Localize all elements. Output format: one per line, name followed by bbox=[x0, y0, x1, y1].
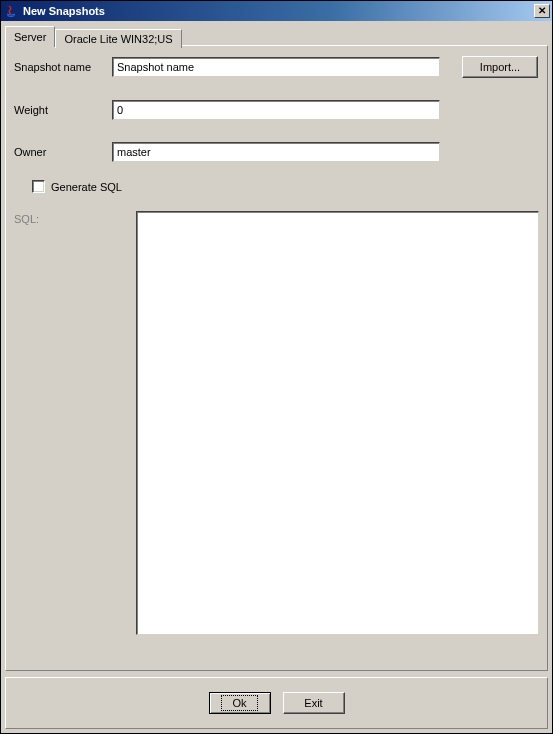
row-owner: Owner bbox=[14, 142, 539, 162]
row-snapshot-name: Snapshot name Import... bbox=[14, 56, 539, 78]
row-generate-sql: Generate SQL bbox=[32, 180, 539, 193]
client-area: Server Oracle Lite WIN32;US Snapshot nam… bbox=[1, 21, 552, 733]
ok-button[interactable]: Ok bbox=[209, 692, 271, 714]
close-button[interactable]: ✕ bbox=[534, 4, 550, 18]
sql-label: SQL: bbox=[14, 211, 136, 225]
weight-input[interactable] bbox=[112, 100, 440, 120]
import-button[interactable]: Import... bbox=[462, 56, 538, 78]
tab-panel-server: Snapshot name Import... Weight Owner Gen… bbox=[5, 45, 548, 671]
java-icon bbox=[3, 3, 19, 19]
owner-label: Owner bbox=[14, 146, 112, 158]
titlebar: New Snapshots ✕ bbox=[1, 1, 552, 21]
generate-sql-label: Generate SQL bbox=[51, 181, 122, 193]
tab-server[interactable]: Server bbox=[5, 26, 55, 47]
dialog-window: New Snapshots ✕ Server Oracle Lite WIN32… bbox=[0, 0, 553, 734]
weight-label: Weight bbox=[14, 104, 112, 116]
dialog-footer: Ok Exit bbox=[5, 677, 548, 729]
tab-oracle-lite[interactable]: Oracle Lite WIN32;US bbox=[55, 29, 181, 48]
sql-textarea[interactable] bbox=[136, 211, 539, 635]
window-title: New Snapshots bbox=[23, 5, 534, 17]
ok-button-label: Ok bbox=[221, 695, 257, 711]
row-weight: Weight bbox=[14, 100, 539, 120]
generate-sql-checkbox[interactable] bbox=[32, 180, 45, 193]
exit-button[interactable]: Exit bbox=[283, 692, 345, 714]
snapshot-name-input[interactable] bbox=[112, 57, 440, 77]
tab-strip: Server Oracle Lite WIN32;US bbox=[5, 25, 548, 46]
snapshot-name-label: Snapshot name bbox=[14, 61, 112, 73]
owner-input[interactable] bbox=[112, 142, 440, 162]
row-sql: SQL: bbox=[14, 211, 539, 662]
